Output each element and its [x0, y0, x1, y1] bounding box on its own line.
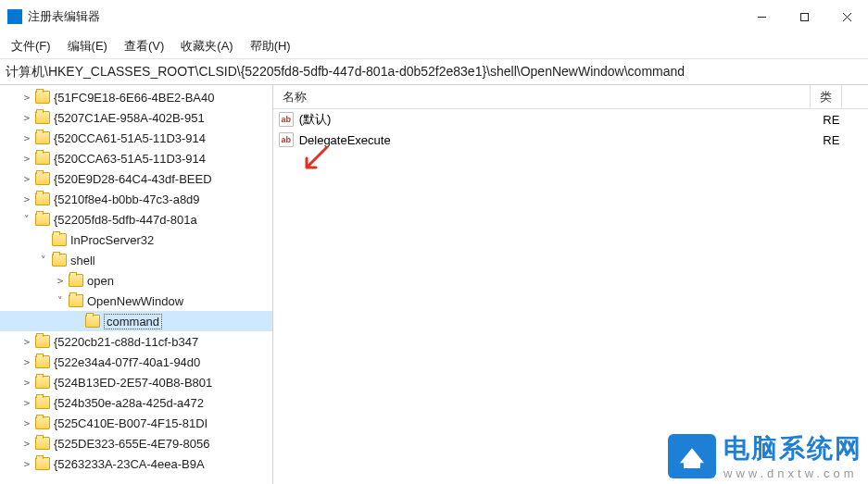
tree-item[interactable]: >{520CCA63-51A5-11D3-914 [0, 148, 272, 168]
tree-label: OpenNewWindow [87, 294, 183, 308]
content: >{51FC9E18-6E66-4BE2-BA40>{5207C1AE-958A… [0, 85, 868, 484]
tree-item[interactable]: >{5210f8e4-b0bb-47c3-a8d9 [0, 189, 272, 209]
chevron-right-icon[interactable]: > [20, 111, 33, 124]
tree-item[interactable]: >{524B13ED-2E57-40B8-B801 [0, 372, 272, 392]
tree-indent [20, 311, 37, 331]
tree-indent [4, 311, 20, 331]
chevron-right-icon[interactable]: > [20, 335, 33, 348]
folder-icon [35, 111, 50, 124]
chevron-right-icon[interactable]: > [20, 396, 33, 409]
menu-edit[interactable]: 编辑(E) [60, 34, 115, 58]
folder-icon [35, 152, 50, 165]
tree-item[interactable]: >{5207C1AE-958A-402B-951 [0, 107, 272, 128]
tree-item[interactable]: ˅shell [0, 250, 272, 270]
folder-icon [52, 254, 67, 267]
tree-label: {52205fd8-5dfb-447d-801a [54, 213, 197, 227]
chevron-right-icon[interactable]: > [54, 274, 67, 287]
tree-item[interactable]: >{522e34a4-07f7-40a1-94d0 [0, 352, 272, 372]
folder-icon [85, 315, 100, 328]
chevron-right-icon[interactable]: > [20, 152, 33, 165]
menu-favorites[interactable]: 收藏夹(A) [173, 34, 240, 58]
folder-icon [35, 131, 50, 144]
tree-panel[interactable]: >{51FC9E18-6E66-4BE2-BA40>{5207C1AE-958A… [0, 85, 273, 484]
tree-indent [4, 433, 20, 453]
tree-indent [4, 87, 20, 107]
tree-indent [4, 270, 20, 291]
folder-icon [35, 437, 50, 450]
tree-indent [4, 453, 20, 474]
tree-item[interactable]: >{525DE323-655E-4E79-8056 [0, 433, 272, 453]
expand-spacer [37, 233, 50, 246]
tree-indent [4, 168, 20, 189]
list-header-type[interactable]: 类 [811, 85, 842, 108]
folder-icon [35, 91, 50, 104]
tree-label: {5210f8e4-b0bb-47c3-a8d9 [54, 192, 200, 206]
chevron-right-icon[interactable]: > [20, 437, 33, 450]
tree-label: {51FC9E18-6E66-4BE2-BA40 [54, 91, 214, 105]
list-cell-name: DelegateExecute [299, 133, 824, 147]
tree-item[interactable]: >open [0, 270, 272, 291]
tree-indent [4, 209, 20, 230]
tree-indent [37, 291, 54, 311]
tree-label: {522e34a4-07f7-40a1-94d0 [54, 355, 200, 369]
tree-indent [4, 250, 20, 270]
tree-item[interactable]: ˅OpenNewWindow [0, 291, 272, 311]
close-button[interactable] [825, 2, 868, 31]
chevron-right-icon[interactable]: > [20, 416, 33, 429]
list-row[interactable]: ab(默认)RE [273, 109, 868, 130]
tree-indent [4, 331, 20, 352]
tree-indent [4, 107, 20, 128]
tree-item[interactable]: >{520E9D28-64C4-43df-BEED [0, 168, 272, 189]
tree-item[interactable]: command [0, 311, 272, 331]
chevron-right-icon[interactable]: > [20, 355, 33, 368]
menu-help[interactable]: 帮助(H) [243, 34, 298, 58]
address-input[interactable] [6, 65, 862, 80]
chevron-right-icon[interactable]: > [20, 376, 33, 389]
list-panel[interactable]: 名称 类 ab(默认)REabDelegateExecuteRE [273, 85, 868, 484]
minimize-button[interactable] [740, 2, 783, 31]
tree-indent [4, 413, 20, 433]
chevron-right-icon[interactable]: > [20, 172, 33, 185]
folder-icon [69, 294, 83, 307]
watermark-house-icon [668, 434, 716, 478]
tree-indent [4, 352, 20, 372]
tree-item[interactable]: >{524b350e-a28a-425d-a472 [0, 392, 272, 413]
tree-item[interactable]: InProcServer32 [0, 230, 272, 250]
tree-indent [4, 128, 20, 148]
tree-label: {524B13ED-2E57-40B8-B801 [54, 376, 212, 390]
tree-indent [4, 230, 20, 250]
chevron-right-icon[interactable]: > [20, 457, 33, 470]
chevron-right-icon[interactable]: > [20, 91, 33, 104]
tree-label: {524b350e-a28a-425d-a472 [54, 396, 204, 410]
folder-icon [35, 416, 50, 429]
folder-icon [69, 274, 83, 287]
folder-icon [35, 376, 50, 389]
list-row[interactable]: abDelegateExecuteRE [273, 130, 868, 150]
tree-label: open [87, 274, 114, 288]
list-header-name[interactable]: 名称 [273, 85, 811, 108]
tree-indent [54, 311, 70, 331]
menubar: 文件(F) 编辑(E) 查看(V) 收藏夹(A) 帮助(H) [0, 33, 868, 59]
chevron-down-icon[interactable]: ˅ [37, 254, 50, 267]
tree-item[interactable]: ˅{52205fd8-5dfb-447d-801a [0, 209, 272, 230]
folder-icon [35, 396, 50, 409]
chevron-down-icon[interactable]: ˅ [20, 213, 33, 226]
chevron-right-icon[interactable]: > [20, 192, 33, 205]
menu-file[interactable]: 文件(F) [4, 34, 58, 58]
folder-icon [35, 335, 50, 348]
watermark-title: 电脑系统网 [723, 431, 862, 466]
tree-label: {5263233A-23CA-4eea-B9A [54, 457, 205, 471]
chevron-right-icon[interactable]: > [20, 131, 33, 144]
tree-label: {520E9D28-64C4-43df-BEED [54, 172, 212, 186]
tree-item[interactable]: >{5263233A-23CA-4eea-B9A [0, 453, 272, 474]
menu-view[interactable]: 查看(V) [117, 34, 171, 58]
tree-label: {5220cb21-c88d-11cf-b347 [54, 335, 198, 349]
maximize-button[interactable] [783, 2, 825, 31]
tree-item[interactable]: >{520CCA61-51A5-11D3-914 [0, 128, 272, 148]
tree-item[interactable]: >{51FC9E18-6E66-4BE2-BA40 [0, 87, 272, 107]
window-controls [740, 2, 868, 31]
tree-indent [4, 372, 20, 392]
tree-item[interactable]: >{5220cb21-c88d-11cf-b347 [0, 331, 272, 352]
chevron-down-icon[interactable]: ˅ [54, 294, 67, 307]
tree-item[interactable]: >{525C410E-B007-4F15-81DI [0, 413, 272, 433]
